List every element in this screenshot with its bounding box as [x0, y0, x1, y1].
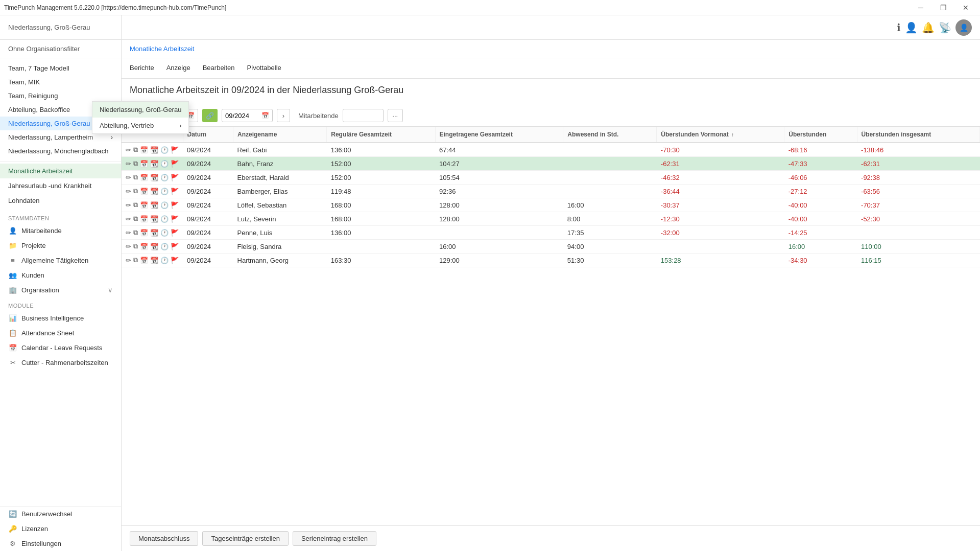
- clock-icon[interactable]: 🕐: [160, 188, 169, 195]
- clock-icon[interactable]: 🕐: [160, 215, 169, 223]
- calendar2-icon[interactable]: 📆: [150, 215, 158, 223]
- rss-icon[interactable]: 📡: [939, 21, 951, 34]
- serieneintrag-button[interactable]: Serieneintrag erstellen: [293, 531, 376, 546]
- calendar-icon[interactable]: 📅: [140, 174, 148, 181]
- calendar-icon[interactable]: 📅: [140, 229, 148, 237]
- copy-icon[interactable]: ⧉: [133, 215, 138, 223]
- calendar2-icon[interactable]: 📆: [150, 160, 158, 168]
- copy-icon[interactable]: ⧉: [133, 159, 138, 168]
- close-button[interactable]: ✕: [955, 1, 976, 15]
- calendar2-icon[interactable]: 📆: [150, 257, 158, 264]
- sidebar-item-projekte[interactable]: 📁 Projekte: [0, 238, 121, 253]
- copy-icon[interactable]: ⧉: [133, 173, 138, 181]
- restore-button[interactable]: ❐: [933, 1, 953, 15]
- flag-icon[interactable]: 🚩: [171, 215, 179, 223]
- copy-icon[interactable]: ⧉: [133, 201, 138, 209]
- sidebar-item-niederlassung-moenchengladbach[interactable]: Niederlassung, Mönchengladbach: [0, 144, 121, 158]
- calendar2-icon[interactable]: 📆: [150, 243, 158, 250]
- sync-button[interactable]: 🔗: [202, 109, 218, 122]
- edit-icon[interactable]: ✏: [126, 188, 131, 195]
- flag-icon[interactable]: 🚩: [171, 146, 179, 154]
- minimize-button[interactable]: ─: [911, 1, 931, 15]
- calendar2-icon[interactable]: 📆: [150, 201, 158, 209]
- flag-icon[interactable]: 🚩: [171, 188, 179, 195]
- sidebar-item-lohndaten[interactable]: Lohndaten: [0, 193, 121, 208]
- edit-icon[interactable]: ✏: [126, 146, 131, 154]
- flag-icon[interactable]: 🚩: [171, 243, 179, 250]
- edit-icon[interactable]: ✏: [126, 201, 131, 209]
- sidebar-item-mitarbeitende[interactable]: 👤 Mitarbeitende: [0, 223, 121, 238]
- user-manage-icon[interactable]: 👤: [905, 21, 918, 34]
- flag-icon[interactable]: 🚩: [171, 160, 179, 168]
- sidebar-item-kunden[interactable]: 👥 Kunden: [0, 268, 121, 283]
- calendar2-icon[interactable]: 📆: [150, 146, 158, 154]
- sidebar-item-lizenzen[interactable]: 🔑 Lizenzen: [0, 521, 121, 536]
- calendar2-icon[interactable]: 📆: [150, 188, 158, 195]
- calendar-icon[interactable]: 📅: [140, 215, 148, 223]
- sidebar-item-einstellungen[interactable]: ⚙ Einstellungen: [0, 536, 121, 551]
- calendar2-icon[interactable]: 📆: [150, 174, 158, 181]
- menu-bearbeiten[interactable]: Bearbeiten: [203, 62, 235, 75]
- date-next-button[interactable]: ›: [277, 109, 290, 122]
- sidebar-item-calendar-leave[interactable]: 📅 Calendar - Leave Requests: [0, 340, 121, 355]
- copy-icon[interactable]: ⧉: [133, 256, 138, 264]
- notification-icon[interactable]: 🔔: [922, 21, 935, 34]
- more-options-button[interactable]: ···: [388, 109, 403, 122]
- flag-icon[interactable]: 🚩: [171, 201, 179, 209]
- edit-icon[interactable]: ✏: [126, 160, 131, 168]
- sidebar-item-jahresurlaub[interactable]: Jahresurlaub -und Krankheit: [0, 178, 121, 193]
- clock-icon[interactable]: 🕐: [160, 174, 169, 181]
- clock-icon[interactable]: 🕐: [160, 160, 169, 168]
- sidebar-item-business-intelligence[interactable]: 📊 Business Intelligence: [0, 311, 121, 326]
- monatsabschluss-button[interactable]: Monatsabschluss: [130, 531, 198, 546]
- clock-icon[interactable]: 🕐: [160, 243, 169, 250]
- calendar-icon[interactable]: 📅: [140, 188, 148, 195]
- menu-pivottabelle[interactable]: Pivottabelle: [247, 62, 281, 75]
- edit-icon[interactable]: ✏: [126, 174, 131, 181]
- col-prev-overtime[interactable]: Überstunden Vormonat ↑: [657, 127, 784, 143]
- copy-icon[interactable]: ⧉: [133, 228, 138, 237]
- clock-icon[interactable]: 🕐: [160, 257, 169, 264]
- avatar[interactable]: 👤: [955, 19, 972, 36]
- calendar-icon[interactable]: 📅: [140, 146, 148, 154]
- sidebar-item-team-reinigung[interactable]: Team, Reinigung: [0, 89, 121, 103]
- tageseintraege-button[interactable]: Tageseinträge erstellen: [202, 531, 288, 546]
- sidebar-item-cutter[interactable]: ✂ Cutter - Rahmenarbeitszeiten: [0, 355, 121, 370]
- sidebar-item-team-7tage[interactable]: Team, 7 Tage Modell: [0, 61, 121, 75]
- menu-anzeige[interactable]: Anzeige: [166, 62, 190, 75]
- calendar2-icon[interactable]: 📆: [150, 229, 158, 237]
- copy-icon[interactable]: ⧉: [133, 242, 138, 250]
- clock-icon[interactable]: 🕐: [160, 201, 169, 209]
- info-icon[interactable]: ℹ: [897, 21, 901, 34]
- sidebar-item-attendance-sheet[interactable]: 📋 Attendance Sheet: [0, 326, 121, 340]
- calendar-icon[interactable]: 📅: [140, 160, 148, 168]
- copy-icon[interactable]: ⧉: [133, 146, 138, 154]
- edit-icon[interactable]: ✏: [126, 243, 131, 250]
- edit-icon[interactable]: ✏: [126, 257, 131, 264]
- table-cell: 16:00: [563, 198, 657, 212]
- clock-icon[interactable]: 🕐: [160, 146, 169, 154]
- sidebar-item-organisation[interactable]: 🏢 Organisation ∨: [0, 283, 121, 297]
- copy-icon[interactable]: ⧉: [133, 187, 138, 195]
- table-cell: -68:16: [784, 143, 857, 157]
- sidebar-item-allgemeine-taetigkeiten[interactable]: ≡ Allgemeine Tätigkeiten: [0, 253, 121, 268]
- menu-berichte[interactable]: Berichte: [130, 62, 154, 75]
- dropdown-item-grossgerau[interactable]: Niederlassung, Groß-Gerau: [92, 102, 188, 118]
- date-to-input[interactable]: 09/2024 📅: [222, 109, 273, 122]
- calendar-icon[interactable]: 📅: [140, 243, 148, 250]
- sidebar-item-monatliche-arbeitszeit[interactable]: Monatliche Arbeitszeit: [0, 164, 121, 178]
- mitarbeiter-input[interactable]: [343, 109, 384, 122]
- edit-icon[interactable]: ✏: [126, 215, 131, 223]
- dropdown-item-vertrieb[interactable]: Abteilung, Vertrieb ›: [92, 118, 188, 133]
- flag-icon[interactable]: 🚩: [171, 257, 179, 264]
- calendar-icon[interactable]: 📅: [140, 257, 148, 264]
- calendar-icon[interactable]: 📅: [140, 201, 148, 209]
- flag-icon[interactable]: 🚩: [171, 229, 179, 237]
- flag-icon[interactable]: 🚩: [171, 174, 179, 181]
- clock-icon[interactable]: 🕐: [160, 229, 169, 237]
- monthly-work-nav-link[interactable]: Monatliche Arbeitszeit: [130, 45, 194, 53]
- sidebar-item-org-filter[interactable]: Ohne Organisationsfilter: [0, 40, 121, 58]
- sidebar-item-team-mik[interactable]: Team, MIK: [0, 75, 121, 89]
- edit-icon[interactable]: ✏: [126, 229, 131, 237]
- sidebar-item-benutzerwechsel[interactable]: 🔄 Benutzerwechsel: [0, 507, 121, 521]
